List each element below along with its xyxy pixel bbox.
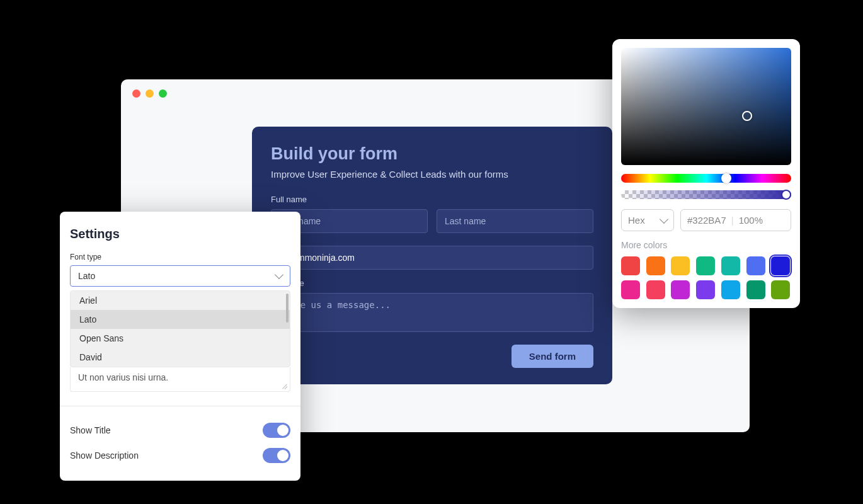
- hex-code: #322BA7: [687, 215, 726, 226]
- lastname-input[interactable]: [437, 209, 593, 233]
- color-swatch[interactable]: [696, 280, 715, 299]
- show-description-toggle[interactable]: [263, 448, 290, 463]
- color-swatch[interactable]: [621, 256, 640, 275]
- message-textarea[interactable]: [271, 293, 593, 332]
- message-label: Message: [271, 278, 593, 288]
- color-format-value: Hex: [628, 215, 645, 226]
- chevron-down-icon: [275, 270, 283, 279]
- dropdown-scrollbar[interactable]: [286, 294, 289, 323]
- color-swatch[interactable]: [771, 256, 790, 275]
- email-input[interactable]: [271, 246, 593, 270]
- resize-handle-icon[interactable]: [281, 382, 287, 389]
- color-swatch[interactable]: [721, 280, 740, 299]
- font-option-lato[interactable]: Lato: [71, 310, 290, 329]
- settings-title: Settings: [70, 227, 290, 241]
- chevron-down-icon: [660, 214, 668, 223]
- color-swatch[interactable]: [771, 280, 790, 299]
- minimize-window-icon[interactable]: [146, 89, 154, 98]
- font-select-value: Lato: [78, 271, 95, 281]
- form-title: Build your form: [271, 144, 593, 164]
- form-card: Build your form Improve User Experience …: [252, 127, 612, 384]
- hue-slider[interactable]: [621, 174, 791, 183]
- show-title-toggle[interactable]: [263, 423, 290, 438]
- color-swatch[interactable]: [746, 280, 765, 299]
- swatch-grid: [621, 256, 791, 299]
- alpha-handle-icon[interactable]: [781, 190, 791, 200]
- divider: [60, 406, 300, 406]
- opacity-value: 100%: [739, 215, 763, 226]
- color-swatch[interactable]: [696, 256, 715, 275]
- color-format-select[interactable]: Hex: [621, 209, 674, 231]
- alpha-slider[interactable]: [621, 190, 791, 199]
- hue-handle-icon[interactable]: [721, 173, 731, 183]
- font-type-label: Font type: [70, 253, 290, 261]
- note-textarea[interactable]: Ut non varius nisi urna.: [70, 367, 290, 392]
- color-swatch[interactable]: [646, 256, 665, 275]
- font-option-ariel[interactable]: Ariel: [71, 291, 290, 310]
- font-select[interactable]: Lato: [70, 265, 290, 287]
- color-swatch[interactable]: [646, 280, 665, 299]
- color-swatch[interactable]: [721, 256, 740, 275]
- fullname-label: Full name: [271, 195, 593, 204]
- color-swatch[interactable]: [746, 256, 765, 275]
- settings-panel: Settings Font type Lato Ariel Lato Open …: [60, 212, 300, 481]
- saturation-gradient[interactable]: [621, 48, 791, 165]
- gradient-cursor-icon[interactable]: [742, 111, 752, 121]
- show-title-label: Show Title: [70, 425, 111, 435]
- color-swatch[interactable]: [671, 256, 690, 275]
- send-form-button[interactable]: Send form: [512, 345, 593, 368]
- font-dropdown: Ariel Lato Open Sans David: [70, 290, 290, 367]
- font-option-david[interactable]: David: [71, 348, 290, 367]
- close-window-icon[interactable]: [132, 89, 140, 98]
- color-swatch[interactable]: [621, 280, 640, 299]
- color-picker: Hex #322BA7 | 100% More colors: [612, 39, 800, 308]
- hex-value-input[interactable]: #322BA7 | 100%: [680, 209, 791, 231]
- show-description-label: Show Description: [70, 450, 139, 461]
- font-option-opensans[interactable]: Open Sans: [71, 329, 290, 348]
- form-subtitle: Improve User Experience & Collect Leads …: [271, 169, 593, 180]
- more-colors-label: More colors: [621, 240, 791, 250]
- maximize-window-icon[interactable]: [159, 89, 167, 98]
- color-swatch[interactable]: [671, 280, 690, 299]
